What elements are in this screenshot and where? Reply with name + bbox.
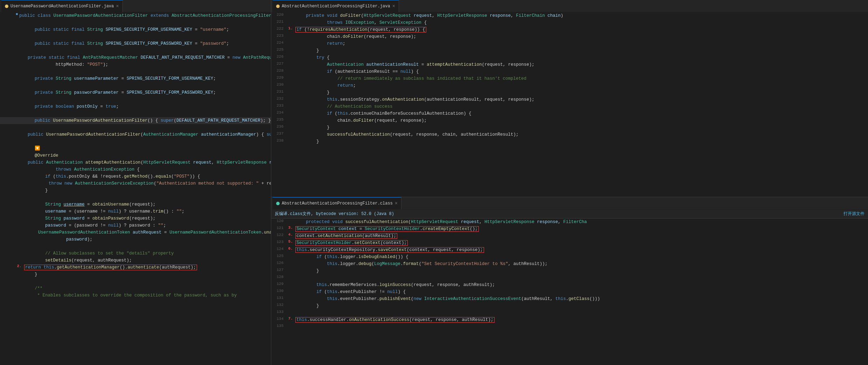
code-line <box>0 47 271 54</box>
line-num-234: 234 <box>271 110 287 115</box>
code-line <box>0 243 271 250</box>
line-num-133: 133 <box>271 309 287 314</box>
line-content: if (this.eventPublisher != null) { <box>294 288 868 295</box>
line-num-226: 226 <box>271 54 287 59</box>
line-content: if (authenticationResult == null) { <box>294 68 868 75</box>
line-num <box>0 145 16 145</box>
line-num <box>0 285 16 285</box>
line-num-233: 233 <box>271 103 287 108</box>
line-content: public static final String SPRING_SECURI… <box>23 26 271 33</box>
code-line: password); <box>0 236 271 243</box>
left-tab[interactable]: UsernamePasswordAuthenticationFilter.jav… <box>1 0 123 12</box>
right-panel: AbstractAuthenticationProcessingFilter.j… <box>271 0 868 365</box>
right-top-panel: AbstractAuthenticationProcessingFilter.j… <box>271 0 868 197</box>
code-line-221: 221 throws IOException, ServletException… <box>271 19 868 26</box>
line-content: private String usernameParameter = SPRIN… <box>23 75 271 82</box>
code-line-124-marker: 124 6. this.securityContextRepository.sa… <box>271 246 868 253</box>
line-content: if (this.continueChainBeforeSuccessfulAu… <box>294 110 868 117</box>
line-content: } <box>294 302 868 309</box>
right-bottom-tab[interactable]: AbstractAuthenticationProcessingFilter.c… <box>273 197 401 209</box>
code-line-131: 131 this.eventPublisher.publishEvent(new… <box>271 295 868 302</box>
code-line-125: 125 if (this.logger.isDebugEnabled()) { <box>271 253 868 260</box>
line-content: public class UsernamePasswordAuthenticat… <box>18 12 271 19</box>
line-num <box>0 250 16 250</box>
line-num <box>0 61 16 62</box>
line-content: if (!requiresAuthentication(request, res… <box>294 26 868 33</box>
line-content: private boolean postOnly = true; <box>23 103 271 110</box>
line-content: private static final AntPathRequestMatch… <box>16 54 271 61</box>
code-line: setDetails(request, authRequest); <box>0 257 271 264</box>
line-content: public Authentication attemptAuthenticat… <box>16 159 271 166</box>
line-num-225: 225 <box>271 47 287 52</box>
line-content: } <box>294 138 868 145</box>
code-line-222-marker: 222 1. if (!requiresAuthentication(reque… <box>271 26 868 33</box>
code-line: String username = obtainUsername(request… <box>0 201 271 208</box>
code-line-229: 229 // return immediately as subclass ha… <box>271 75 868 82</box>
line-content: private String passwordParameter = SPRIN… <box>23 89 271 96</box>
line-content: } <box>294 89 868 96</box>
line-num <box>0 117 16 117</box>
code-line <box>0 82 271 89</box>
code-line-233: 233 // Authentication success <box>271 103 868 110</box>
line-content: successfulAuthentication(request, respon… <box>294 131 868 138</box>
line-content: chain.doFilter(request, response); <box>294 33 868 40</box>
line-content: } <box>294 124 868 131</box>
bytecode-info: 反编译.class文件, bytecode version: 52.0 (Jav… <box>275 211 394 217</box>
code-line-fold[interactable]: 🔽 <box>0 145 271 152</box>
line-content: setDetails(request, authRequest); <box>23 257 271 264</box>
code-line-return-marker: 2. return this.getAuthenticationManager(… <box>0 264 271 271</box>
line-content: username = (username != null) ? username… <box>23 208 271 215</box>
line-num-237: 237 <box>271 131 287 136</box>
line-num <box>0 103 16 103</box>
code-line: private boolean postOnly = true; <box>0 103 271 110</box>
right-bottom-tab-label: AbstractAuthenticationProcessingFilter.c… <box>282 201 393 206</box>
code-line: throw new AuthenticationServiceException… <box>0 180 271 187</box>
gutter-marker5: 5. <box>287 239 294 244</box>
line-num-231: 231 <box>271 89 287 94</box>
line-num <box>0 208 16 208</box>
right-top-tab[interactable]: AbstractAuthenticationProcessingFilter.j… <box>273 0 399 12</box>
code-line-127: 127 } <box>271 267 868 274</box>
line-content: chain.doFilter(request, response); <box>294 117 868 124</box>
code-line: public UsernamePasswordAuthenticationFil… <box>0 131 271 138</box>
code-line: httpMethod: "POST"); <box>0 61 271 68</box>
line-num <box>0 68 16 69</box>
line-num <box>0 26 16 27</box>
code-line-134-marker: 134 7. this.successHandler.onAuthenticat… <box>271 316 868 323</box>
right-top-code-area[interactable]: 220 private void doFilter(HttpServletReq… <box>271 12 868 197</box>
line-num-223: 223 <box>271 33 287 38</box>
gutter-marker3: 3. <box>287 226 294 230</box>
right-bottom-code-area[interactable]: 120 protected void successfulAuthenticat… <box>271 219 868 365</box>
code-line-227: 227 Authentication authenticationResult … <box>271 61 868 68</box>
line-content: public UsernamePasswordAuthenticationFil… <box>16 131 271 138</box>
line-num <box>0 194 16 194</box>
code-line-235: 235 chain.doFilter(request, response); <box>271 117 868 124</box>
right-top-tab-label: AbstractAuthenticationProcessingFilter.j… <box>282 4 390 9</box>
line-content: return; <box>294 82 868 89</box>
code-line-234: 234 if (this.continueChainBeforeSuccessf… <box>271 110 868 117</box>
right-top-tab-close[interactable]: × <box>392 4 395 9</box>
open-source-file-button[interactable]: 打开源文件 <box>844 211 864 217</box>
line-content: private void doFilter(HttpServletRequest… <box>294 12 868 19</box>
line-content: this.eventPublisher.publishEvent(new Int… <box>294 295 868 302</box>
code-line-230: 230 return; <box>271 82 868 89</box>
left-tab-label: UsernamePasswordAuthenticationFilter.jav… <box>10 4 114 9</box>
code-line-224: 224 return; <box>271 40 868 47</box>
line-num <box>0 222 16 222</box>
line-content: password = (password != null) ? password… <box>23 222 271 229</box>
line-content: this.securityContextRepository.saveConte… <box>294 246 868 253</box>
line-content: UsernamePasswordAuthenticationToken auth… <box>16 229 271 236</box>
line-content: SecurityContext context = SecurityContex… <box>294 226 868 232</box>
code-line-122-marker: 122 4. context.setAuthentication(authRes… <box>271 232 868 239</box>
line-num <box>0 131 16 131</box>
line-content: public UsernamePasswordAuthenticationFil… <box>23 117 271 124</box>
line-num-123: 123 <box>271 239 287 244</box>
right-bottom-tab-close[interactable]: × <box>395 201 398 206</box>
left-code-area[interactable]: ■ public class UsernamePasswordAuthentic… <box>0 12 271 365</box>
line-num <box>0 180 16 180</box>
left-tab-close[interactable]: × <box>116 4 119 9</box>
line-content: return; <box>294 40 868 47</box>
line-num <box>0 19 16 20</box>
code-line: /** <box>0 285 271 292</box>
code-line-237: 237 successfulAuthentication(request, re… <box>271 131 868 138</box>
